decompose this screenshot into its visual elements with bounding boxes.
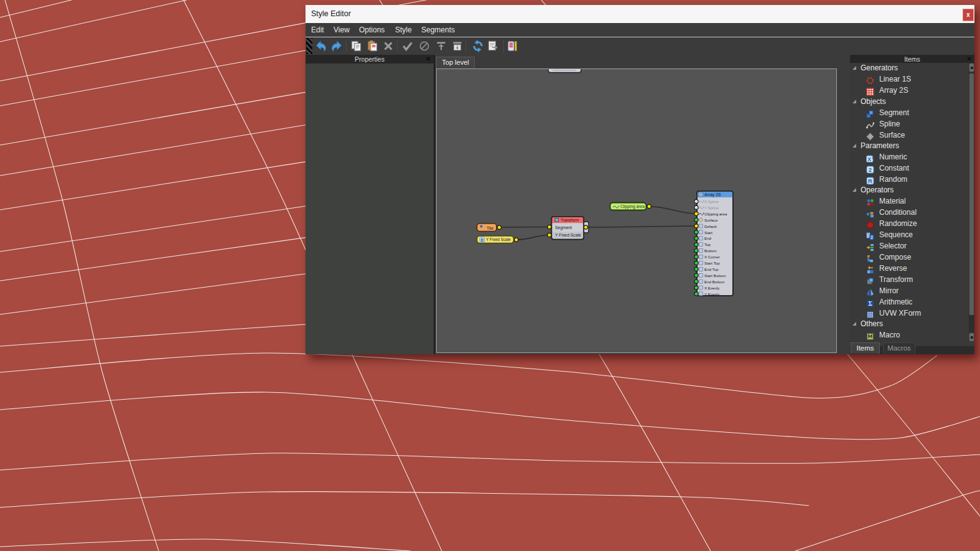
svg-text:End Bottom: End Bottom [704,280,724,284]
svg-text:Y Fixed Scale: Y Fixed Scale [486,237,511,242]
svg-text:2: 2 [869,166,872,173]
svg-text:Tile: Tile [487,226,493,230]
svg-text:X Corner: X Corner [704,255,720,259]
svg-text:Default: Default [704,224,717,228]
svg-text:End Top: End Top [704,267,719,271]
svg-text:2: 2 [870,235,873,240]
svg-text:Start Bottom: Start Bottom [704,273,726,278]
svg-text:Segment: Segment [555,225,572,230]
svg-text:R: R [868,177,872,184]
svg-text:2: 2 [872,156,874,159]
svg-text:Clipping area: Clipping area [620,204,645,209]
svg-text:Transform: Transform [561,218,579,222]
svg-text:Surface: Surface [704,218,718,222]
svg-text:1: 1 [867,233,870,237]
svg-text:Start Top: Start Top [704,261,720,265]
svg-text:Y Spline: Y Spline [704,205,719,210]
svg-text:X Evenly: X Evenly [704,286,720,290]
svg-text:End: End [704,236,712,240]
svg-text:Bottom: Bottom [704,248,717,253]
svg-text:Start: Start [704,230,712,235]
svg-text:X: X [867,156,871,162]
svg-text:Σ: Σ [868,301,872,307]
svg-text:X Spline: X Spline [704,199,719,204]
svg-text:Array 2S: Array 2S [704,192,721,197]
svg-text:Top: Top [704,242,711,247]
svg-text:Y Evenly: Y Evenly [704,292,720,296]
svg-text:Clipping area: Clipping area [704,212,727,216]
svg-text:Y Fixed Scale: Y Fixed Scale [555,233,581,237]
svg-text:R: R [480,238,483,242]
